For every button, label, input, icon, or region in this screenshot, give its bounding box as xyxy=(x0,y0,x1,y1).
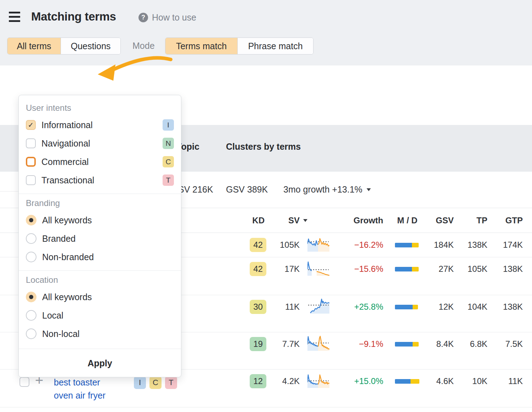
sv-value: 4.2K xyxy=(264,376,300,386)
option-label: Local xyxy=(42,310,63,321)
sparkline xyxy=(307,372,329,389)
how-to-use-link[interactable]: How to use xyxy=(152,12,196,23)
gtp-value: 138K xyxy=(487,302,523,312)
radio-button[interactable] xyxy=(26,233,36,244)
gsv-value: 12K xyxy=(418,302,454,312)
mobile-desktop-bar xyxy=(395,305,418,309)
col-kd[interactable]: KD xyxy=(234,208,265,233)
group-header-clusters: Clusters by terms xyxy=(226,142,301,152)
mobile-share xyxy=(395,243,412,247)
growth-value: +25.8% xyxy=(337,302,383,312)
mobile-share xyxy=(395,342,413,347)
apply-button[interactable]: Apply xyxy=(19,353,181,377)
option-label: All keywords xyxy=(42,292,92,302)
growth-value: −16.2% xyxy=(337,240,383,250)
option-non-branded[interactable]: Non-branded xyxy=(19,248,181,266)
intent-badge-c: C xyxy=(149,376,162,389)
intent-badge-t: T xyxy=(165,376,177,389)
gsv-value: 4.6K xyxy=(418,376,454,386)
radio-button[interactable] xyxy=(26,328,36,339)
option-non-local[interactable]: Non-local xyxy=(19,325,181,343)
sv-value: 11K xyxy=(264,302,300,312)
gsv-value: 184K xyxy=(418,240,454,250)
radio-button[interactable] xyxy=(26,215,36,225)
col-growth[interactable]: Growth xyxy=(337,208,383,233)
option-label: All keywords xyxy=(42,215,92,225)
sparkline xyxy=(307,335,329,352)
help-icon[interactable]: ? xyxy=(138,13,148,22)
option-label: Navigational xyxy=(41,138,90,149)
chevron-down-icon xyxy=(367,188,371,191)
option-all-keywords[interactable]: All keywords xyxy=(19,211,181,229)
checkbox[interactable] xyxy=(26,175,36,185)
tp-value: 10K xyxy=(452,376,487,386)
option-label: Branded xyxy=(42,234,76,244)
col-sv[interactable]: SV xyxy=(273,208,300,233)
intent-badge-i: I xyxy=(163,119,174,131)
option-all-keywords[interactable]: All keywords xyxy=(19,288,181,306)
keyword-link[interactable]: best toaster oven air fryer xyxy=(54,376,116,402)
section-divider xyxy=(19,270,181,271)
option-local[interactable]: Local xyxy=(19,306,181,325)
col-tp[interactable]: TP xyxy=(452,208,487,233)
growth-value: −9.1% xyxy=(337,339,383,349)
sv-value: 17K xyxy=(264,264,300,274)
option-label: Informational xyxy=(41,120,93,130)
tp-value: 6.8K xyxy=(452,339,487,349)
gtp-value: 7.5K xyxy=(487,339,523,349)
radio-button[interactable] xyxy=(26,292,36,302)
section-title-user-intents: User intents xyxy=(26,103,174,113)
intent-badge-t: T xyxy=(163,174,174,186)
option-label: Non-local xyxy=(42,329,80,339)
intent-option-informational[interactable]: ✓InformationalI xyxy=(19,116,181,134)
growth-value: +15.0% xyxy=(337,376,383,386)
mobile-share xyxy=(395,305,413,309)
page-title: Matching terms xyxy=(31,10,116,23)
col-gsv[interactable]: GSV xyxy=(418,208,454,233)
tp-value: 138K xyxy=(452,240,487,250)
gsv-value: 8.4K xyxy=(418,339,454,349)
mobile-share xyxy=(395,379,411,384)
kd-badge: 30 xyxy=(250,300,266,314)
sv-value: 7.7K xyxy=(264,339,300,349)
tp-value: 104K xyxy=(452,302,487,312)
mobile-desktop-bar xyxy=(395,267,419,271)
col-gtp[interactable]: GTP xyxy=(487,208,523,233)
desktop-share xyxy=(412,267,419,271)
kd-badge: 19 xyxy=(250,337,266,351)
tab-terms-match[interactable]: Terms match xyxy=(165,38,237,54)
intents-dropdown-panel: User intents✓InformationalINavigationalN… xyxy=(18,95,181,377)
gtp-value: 138K xyxy=(487,264,523,274)
tab-phrase-match[interactable]: Phrase match xyxy=(237,38,313,54)
radio-button[interactable] xyxy=(26,252,36,262)
intent-option-navigational[interactable]: NavigationalN xyxy=(19,134,181,153)
row-divider-stub xyxy=(0,191,18,191)
mode-label: Mode xyxy=(132,41,155,51)
intent-badge-c: C xyxy=(163,156,174,167)
option-branded[interactable]: Branded xyxy=(19,229,181,248)
sparkline xyxy=(307,236,329,253)
checkbox[interactable] xyxy=(26,138,36,148)
desktop-share xyxy=(412,243,419,247)
mode-tabs: Terms match Phrase match xyxy=(165,38,313,55)
gtp-value: 174K xyxy=(487,240,523,250)
desktop-share xyxy=(413,342,419,347)
gtp-value: 11K xyxy=(487,376,523,386)
sort-desc-icon xyxy=(303,219,307,222)
tab-questions[interactable]: Questions xyxy=(61,38,120,54)
option-label: Commercial xyxy=(41,157,89,167)
menu-icon[interactable] xyxy=(9,12,20,22)
section-divider xyxy=(19,349,181,349)
intent-option-transactional[interactable]: TransactionalT xyxy=(19,171,181,189)
summary-growth[interactable]: 3mo growth +13.1% xyxy=(283,184,371,195)
scope-tabs: All terms Questions xyxy=(7,38,121,55)
mobile-desktop-bar xyxy=(395,342,419,347)
radio-button[interactable] xyxy=(26,310,36,321)
mobile-desktop-bar xyxy=(395,379,419,384)
tab-all-terms[interactable]: All terms xyxy=(7,38,61,54)
intent-badges: ICT xyxy=(134,376,177,389)
checkbox[interactable] xyxy=(26,157,36,167)
intent-option-commercial[interactable]: CommercialC xyxy=(19,153,181,171)
checkbox[interactable]: ✓ xyxy=(26,120,36,130)
row-checkbox[interactable] xyxy=(19,377,29,387)
